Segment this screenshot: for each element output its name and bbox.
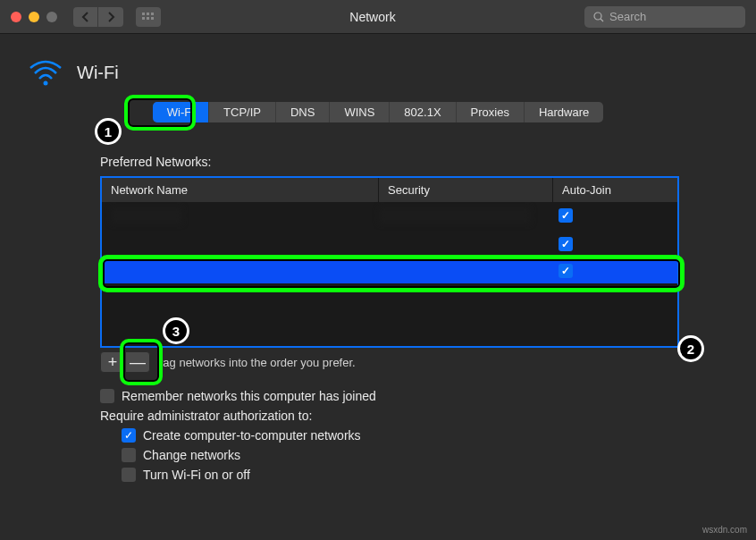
table-toolbar: + — rag networks into the order you pref…	[100, 351, 679, 373]
auto-join-checkbox[interactable]: ✓	[559, 208, 573, 223]
svg-rect-5	[151, 17, 154, 20]
auth-create-label: Create computer-to-computer networks	[143, 428, 361, 443]
search-icon	[593, 12, 604, 22]
table-row-selected[interactable]: ✓	[102, 258, 677, 283]
auth-change-checkbox[interactable]	[122, 448, 136, 462]
auth-create-networks-option[interactable]: ✓ Create computer-to-computer networks	[122, 428, 679, 443]
remember-checkbox[interactable]	[100, 389, 114, 403]
content: Preferred Networks: Network Name Securit…	[0, 122, 756, 482]
security-redacted	[379, 207, 531, 224]
svg-point-6	[594, 13, 601, 20]
preferred-networks-label: Preferred Networks:	[100, 155, 679, 169]
table-header: Network Name Security Auto-Join	[102, 178, 677, 203]
tab-proxies[interactable]: Proxies	[457, 102, 525, 122]
forward-button[interactable]	[98, 7, 123, 27]
table-row[interactable]: ✓	[102, 203, 677, 228]
minimize-window-button[interactable]	[29, 12, 39, 22]
traffic-lights	[11, 12, 57, 22]
auth-wifi-checkbox[interactable]	[122, 468, 136, 482]
column-auto-join[interactable]: Auto-Join	[553, 178, 677, 202]
auth-wifi-label: Turn Wi-Fi on or off	[143, 468, 250, 482]
column-security[interactable]: Security	[379, 178, 553, 202]
svg-rect-3	[142, 17, 145, 20]
auth-change-label: Change networks	[143, 448, 240, 462]
callout-1-number: 1	[95, 118, 122, 145]
remember-networks-option[interactable]: Remember networks this computer has join…	[100, 389, 679, 403]
remove-network-button[interactable]: —	[125, 351, 150, 373]
svg-rect-0	[142, 13, 145, 15]
back-button[interactable]	[73, 7, 98, 27]
svg-rect-2	[151, 13, 154, 15]
page-title: Wi-Fi	[77, 63, 119, 83]
auth-change-networks-option[interactable]: Change networks	[122, 448, 679, 462]
auto-join-checkbox[interactable]: ✓	[559, 264, 573, 278]
preferred-networks-table: Network Name Security Auto-Join ✓ ✓ ✓	[100, 176, 679, 348]
page-header: Wi-Fi	[0, 34, 756, 102]
watermark: wsxdn.com	[702, 525, 747, 535]
table-row[interactable]: ✓	[102, 232, 677, 257]
network-name-redacted	[111, 207, 182, 224]
callout-2-number: 2	[677, 335, 704, 362]
options: Remember networks this computer has join…	[100, 389, 679, 482]
search-placeholder: Search	[609, 10, 646, 23]
maximize-window-button[interactable]	[46, 12, 57, 22]
tab-tcpip[interactable]: TCP/IP	[209, 102, 276, 122]
svg-rect-4	[147, 17, 149, 20]
add-network-button[interactable]: +	[100, 351, 125, 373]
svg-line-7	[601, 19, 603, 21]
callout-3-number: 3	[163, 317, 189, 344]
auth-wifi-toggle-option[interactable]: Turn Wi-Fi on or off	[122, 468, 679, 482]
auth-create-checkbox[interactable]: ✓	[122, 428, 136, 443]
svg-point-8	[44, 81, 48, 86]
tab-wifi[interactable]: Wi-Fi	[153, 102, 209, 122]
close-window-button[interactable]	[11, 12, 21, 22]
grid-view-button[interactable]	[136, 7, 161, 27]
drag-hint: rag networks into the order you prefer.	[159, 356, 356, 369]
nav-buttons	[73, 7, 123, 27]
svg-rect-1	[147, 13, 149, 15]
tab-wins[interactable]: WINS	[330, 102, 390, 122]
titlebar: Network Search	[0, 0, 756, 34]
wifi-icon	[29, 59, 63, 86]
search-field[interactable]: Search	[584, 6, 745, 28]
tab-dns[interactable]: DNS	[276, 102, 330, 122]
remember-label: Remember networks this computer has join…	[122, 389, 376, 403]
auto-join-checkbox[interactable]: ✓	[559, 237, 573, 251]
tabs-container: Wi-Fi TCP/IP DNS WINS 802.1X Proxies Har…	[0, 102, 756, 122]
column-network-name[interactable]: Network Name	[102, 178, 379, 202]
tab-hardware[interactable]: Hardware	[525, 102, 603, 122]
tab-8021x[interactable]: 802.1X	[390, 102, 456, 122]
window-title: Network	[168, 10, 577, 24]
tabs: Wi-Fi TCP/IP DNS WINS 802.1X Proxies Har…	[153, 102, 604, 122]
auth-label: Require administrator authorization to:	[100, 409, 679, 423]
